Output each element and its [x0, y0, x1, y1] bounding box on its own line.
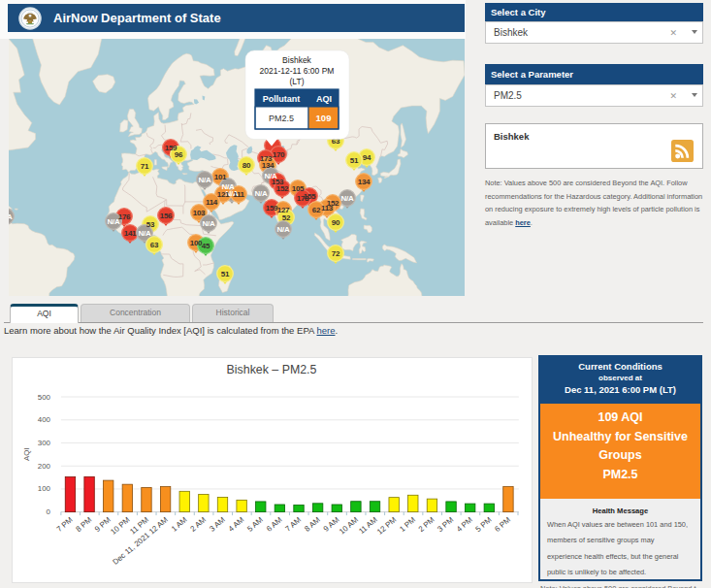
- svg-text:178: 178: [297, 194, 309, 203]
- svg-text:N/A: N/A: [277, 225, 290, 234]
- svg-text:2 PM: 2 PM: [417, 515, 436, 534]
- svg-text:3 PM: 3 PM: [436, 515, 455, 534]
- svg-text:8 PM: 8 PM: [74, 515, 93, 534]
- svg-text:121: 121: [217, 190, 230, 199]
- svg-text:12 PM: 12 PM: [375, 515, 398, 537]
- svg-text:90: 90: [332, 218, 340, 227]
- svg-text:4 AM: 4 AM: [227, 515, 246, 534]
- svg-text:N/A: N/A: [108, 217, 120, 226]
- svg-text:5 PM: 5 PM: [474, 515, 494, 534]
- svg-text:Bishkek – PM2.5: Bishkek – PM2.5: [227, 363, 317, 376]
- svg-text:101: 101: [214, 173, 227, 181]
- svg-text:4 PM: 4 PM: [455, 515, 474, 534]
- svg-text:111: 111: [233, 190, 244, 199]
- svg-text:134: 134: [262, 161, 275, 170]
- svg-text:N/A: N/A: [139, 229, 151, 238]
- svg-text:176: 176: [118, 212, 131, 221]
- svg-text:152: 152: [276, 184, 289, 193]
- svg-text:N/A: N/A: [203, 219, 215, 228]
- svg-text:7 PM: 7 PM: [55, 515, 75, 534]
- svg-text:100: 100: [38, 484, 51, 493]
- svg-text:2 AM: 2 AM: [188, 515, 208, 534]
- svg-text:53: 53: [146, 220, 155, 229]
- svg-text:200: 200: [38, 462, 51, 471]
- svg-text:52: 52: [282, 213, 291, 222]
- svg-text:PM2.5: PM2.5: [269, 114, 294, 123]
- svg-text:113: 113: [321, 204, 334, 212]
- svg-text:N/A: N/A: [255, 189, 268, 198]
- svg-text:1 PM: 1 PM: [398, 515, 417, 534]
- svg-text:109: 109: [316, 113, 332, 123]
- svg-text:N/A: N/A: [9, 212, 13, 221]
- svg-text:134: 134: [358, 178, 371, 186]
- svg-text:114: 114: [206, 198, 218, 207]
- svg-text:AQI: AQI: [316, 94, 332, 104]
- svg-text:8 AM: 8 AM: [303, 515, 322, 534]
- svg-text:(LT): (LT): [290, 77, 305, 86]
- svg-text:1 AM: 1 AM: [170, 515, 189, 534]
- svg-text:6 PM: 6 PM: [493, 515, 512, 534]
- svg-text:72: 72: [332, 249, 340, 258]
- svg-text:10 PM: 10 PM: [109, 515, 131, 537]
- svg-text:80: 80: [242, 161, 251, 170]
- svg-text:5 AM: 5 AM: [245, 515, 265, 534]
- svg-text:500: 500: [38, 393, 51, 402]
- svg-text:Pollutant: Pollutant: [263, 94, 301, 104]
- svg-text:300: 300: [38, 439, 51, 447]
- svg-text:7 AM: 7 AM: [284, 515, 304, 534]
- svg-text:62: 62: [312, 206, 321, 214]
- svg-text:51: 51: [221, 270, 230, 278]
- svg-text:400: 400: [38, 415, 51, 424]
- svg-text:2021-12-11 6:00 PM: 2021-12-11 6:00 PM: [260, 66, 335, 76]
- svg-text:3 AM: 3 AM: [208, 515, 227, 534]
- svg-text:6 AM: 6 AM: [265, 515, 284, 534]
- svg-text:71: 71: [141, 162, 149, 171]
- svg-text:45: 45: [202, 242, 210, 250]
- svg-text:N/A: N/A: [341, 194, 354, 203]
- svg-text:170: 170: [273, 150, 285, 159]
- svg-text:96: 96: [175, 150, 183, 159]
- svg-text:0: 0: [47, 507, 51, 516]
- svg-text:N/A: N/A: [199, 176, 211, 184]
- svg-text:AQI: AQI: [22, 447, 31, 461]
- svg-text:63: 63: [150, 241, 159, 249]
- svg-text:10 AM: 10 AM: [338, 515, 360, 536]
- svg-text:94: 94: [363, 153, 372, 162]
- svg-text:Bishkek: Bishkek: [282, 55, 312, 65]
- svg-text:51: 51: [350, 156, 359, 165]
- svg-text:11 AM: 11 AM: [357, 515, 379, 536]
- svg-text:141: 141: [124, 229, 137, 238]
- svg-text:103: 103: [193, 209, 206, 217]
- svg-text:156: 156: [160, 212, 173, 220]
